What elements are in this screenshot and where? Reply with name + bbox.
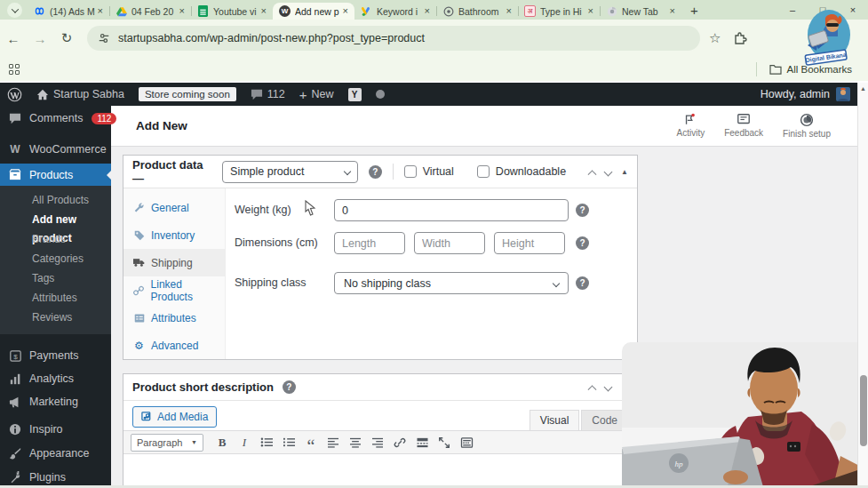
read-more-tag-button[interactable] [411,434,433,452]
tab-advanced[interactable]: ⚙ Advanced [123,332,225,359]
sidebar-item-attributes[interactable]: Attributes [0,289,111,308]
tab-close-icon[interactable]: × [423,6,432,16]
height-input[interactable] [494,232,565,254]
page-scrollbar[interactable]: ▲ [857,83,868,488]
tab-linked-products[interactable]: Linked Products [123,276,225,304]
tab-search-button[interactable] [7,3,22,18]
scroll-up-arrow[interactable]: ▲ [858,83,868,94]
forward-button[interactable]: → [27,31,53,46]
move-down-icon[interactable] [604,383,613,392]
admin-comments-menu[interactable]: 112 [243,83,292,106]
back-button[interactable]: ← [0,31,27,46]
help-icon[interactable]: ? [576,204,589,217]
bold-button[interactable]: B [211,434,233,452]
browser-tab-keyword[interactable]: Keyword i × [354,3,436,20]
blockquote-button[interactable]: “ [300,434,322,452]
tab-close-icon[interactable]: × [668,6,677,16]
italic-button[interactable]: I [234,434,255,452]
notification-dot[interactable] [369,83,392,106]
downloadable-checkbox-label[interactable]: Downloadable [477,165,566,178]
tab-general[interactable]: General [123,194,225,221]
apps-grid-icon[interactable] [9,64,20,75]
extensions-icon[interactable] [733,31,747,45]
profile-avatar[interactable]: Digital Bikana [800,4,852,70]
bullet-list-button[interactable] [256,434,277,452]
help-icon[interactable]: ? [576,236,589,250]
align-right-button[interactable] [367,434,388,452]
info-icon [8,423,22,436]
browser-tab-drive[interactable]: 04 Feb 20 × [109,3,191,20]
sidebar-item-reviews[interactable]: Reviews [0,308,111,327]
product-data-panel: Product data — Simple product ? Virtual … [123,155,638,360]
sidebar-item-products[interactable]: Products [0,164,111,186]
tab-close-icon[interactable]: × [341,6,350,16]
align-center-button[interactable] [345,434,366,452]
tab-close-icon[interactable]: × [178,6,187,16]
activity-button[interactable]: Activity [676,113,705,139]
browser-tab-new-tab[interactable]: New Tab × [600,3,681,20]
scrollbar-thumb[interactable] [860,375,867,446]
sidebar-item-plugins[interactable]: Plugins [0,468,111,487]
browser-tab-bathroom[interactable]: Bathroom × [436,3,518,20]
finish-setup-button[interactable]: Finish setup [783,113,831,139]
add-media-button[interactable]: Add Media [132,406,217,428]
howdy-account-menu[interactable]: Howdy, admin [760,87,857,101]
tab-inventory[interactable]: Inventory [123,221,225,249]
coming-soon-badge[interactable]: Store coming soon [131,83,243,106]
tab-shipping[interactable]: Shipping [123,249,225,276]
sidebar-item-categories[interactable]: Categories [0,250,111,268]
paragraph-format-select[interactable]: Paragraph ▼ [131,434,203,452]
sidebar-item-analytics[interactable]: Analytics [0,369,111,388]
sidebar-item-brands[interactable]: Brands [0,230,111,249]
virtual-checkbox[interactable] [404,165,417,178]
tab-attributes[interactable]: Attributes [123,304,225,332]
browser-tab-type-hindi[interactable]: अ Type in Hi × [518,3,600,20]
fullscreen-button[interactable] [434,434,455,452]
new-tab-button[interactable]: + [690,3,698,18]
sidebar-item-woocommerce[interactable]: W WooCommerce [0,140,111,159]
shipping-class-select[interactable]: No shipping class [334,272,569,294]
move-up-icon[interactable] [588,385,597,394]
address-bar[interactable]: startupsabha.com/wp-admin/post-new.php?p… [87,26,700,51]
sidebar-item-tags[interactable]: Tags [0,269,111,288]
collapse-toggle-icon[interactable]: ▲ [621,168,628,176]
toolbar-toggle-button[interactable] [456,434,477,452]
browser-tab-ads-manager[interactable]: (14) Ads M × [28,3,109,20]
downloadable-checkbox[interactable] [477,165,490,178]
align-left-button[interactable] [323,434,344,452]
tab-visual[interactable]: Visual [530,410,579,430]
site-name-menu[interactable]: Startup Sabha [29,83,131,106]
sidebar-item-marketing[interactable]: Marketing [0,392,111,412]
sidebar-item-add-new-product[interactable]: Add new product [0,211,111,229]
sidebar-item-comments[interactable]: Comments 112 [0,108,111,128]
length-input[interactable] [334,232,405,254]
weight-input[interactable] [334,199,569,221]
tab-close-icon[interactable]: × [96,6,105,16]
sidebar-item-appearance[interactable]: Appearance [0,444,111,463]
virtual-checkbox-label[interactable]: Virtual [404,165,454,178]
insert-link-button[interactable] [389,434,410,452]
browser-tab-sheets[interactable]: Youtube vi × [191,3,273,20]
sidebar-item-inspiro[interactable]: Inspiro [0,420,111,439]
browser-tab-add-new-product[interactable]: W Add new p × [273,3,354,20]
help-icon[interactable]: ? [576,276,589,290]
yoast-seo-menu[interactable]: Y [341,83,369,106]
move-up-icon[interactable] [588,170,597,179]
width-input[interactable] [414,232,485,254]
help-icon[interactable]: ? [283,380,296,394]
reload-button[interactable]: ↻ [53,30,80,46]
new-content-menu[interactable]: + New [292,83,341,106]
move-down-icon[interactable] [604,167,613,176]
editor-content-area[interactable] [123,454,637,488]
bookmark-star-icon[interactable]: ☆ [709,30,721,46]
product-type-select[interactable]: Simple product [222,161,358,183]
tab-close-icon[interactable]: × [586,6,595,16]
tab-close-icon[interactable]: × [259,6,268,16]
feedback-button[interactable]: Feedback [724,113,763,139]
numbered-list-button[interactable] [278,434,299,452]
sidebar-item-payments[interactable]: $ Payments [0,346,111,365]
wp-logo-menu[interactable] [0,83,29,106]
sidebar-item-all-products[interactable]: All Products [0,191,111,210]
help-icon[interactable]: ? [369,165,382,179]
tab-close-icon[interactable]: × [505,6,514,16]
